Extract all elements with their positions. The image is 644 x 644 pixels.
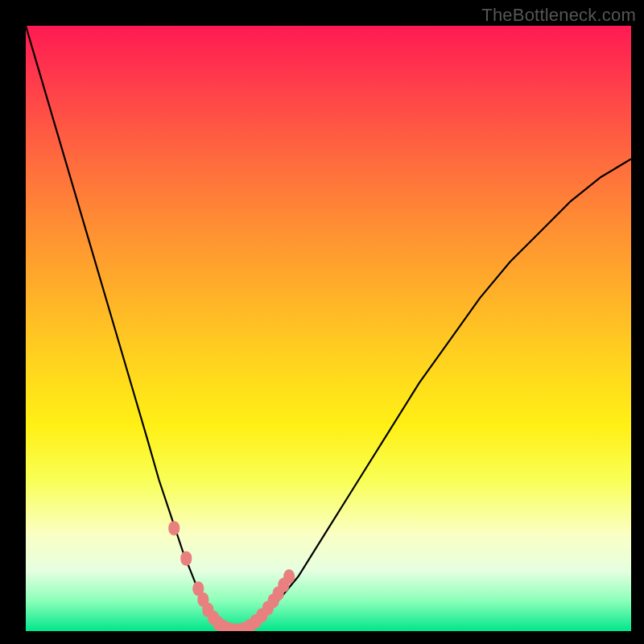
bottleneck-curve [26, 26, 631, 631]
highlighted-points [168, 521, 295, 631]
watermark-text: TheBottleneck.com [481, 5, 636, 26]
curve-svg [26, 26, 631, 631]
marker-point [168, 521, 180, 535]
plot-area [26, 26, 631, 631]
marker-point [180, 551, 192, 566]
marker-point [283, 569, 295, 584]
